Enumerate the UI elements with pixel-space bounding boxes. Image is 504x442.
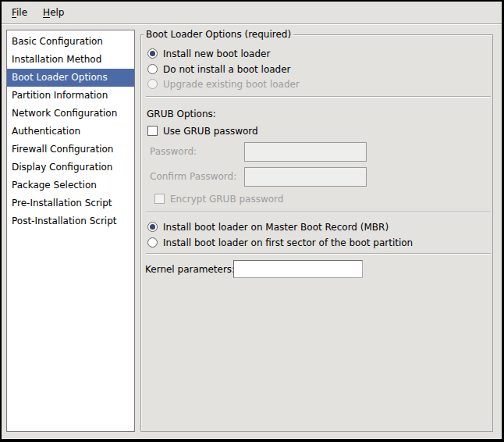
kernel-parameters-field[interactable] — [233, 260, 363, 278]
sidebar-item-network-configuration[interactable]: Network Configuration — [7, 105, 134, 123]
confirm-password-row: Confirm Password: — [150, 167, 236, 187]
separator — [146, 96, 491, 98]
radio-label: Install boot loader on first sector of t… — [163, 237, 413, 248]
sidebar-item-package-selection[interactable]: Package Selection — [7, 176, 134, 194]
menu-bar: File Help — [2, 2, 502, 23]
radio-icon[interactable] — [147, 64, 158, 74]
sidebar-item-pre-installation-script[interactable]: Pre-Installation Script — [7, 194, 134, 212]
separator — [146, 253, 491, 255]
radio-icon[interactable] — [147, 48, 158, 59]
sidebar-item-boot-loader-options[interactable]: Boot Loader Options — [7, 69, 134, 87]
separator — [146, 212, 491, 213]
menu-file[interactable]: File — [5, 5, 34, 20]
menu-file-label: ile — [16, 7, 27, 18]
app-window: File Help Basic Configuration Installati… — [0, 0, 504, 442]
sidebar-item-post-installation-script[interactable]: Post-Installation Script — [7, 212, 134, 230]
password-label: Password: — [150, 142, 197, 162]
checkbox-icon[interactable] — [147, 126, 158, 136]
sidebar-item-display-configuration[interactable]: Display Configuration — [7, 159, 134, 176]
menu-help[interactable]: Help — [36, 5, 71, 20]
frame-title: Boot Loader Options (required) — [144, 29, 293, 41]
radio-install-new-boot-loader[interactable]: Install new boot loader — [147, 47, 270, 60]
checkbox-icon — [154, 194, 165, 204]
kernel-parameters-label: Kernel parameters: — [145, 264, 235, 275]
kernel-parameters-row: Kernel parameters: — [145, 260, 235, 278]
checkbox-label: Use GRUB password — [163, 126, 258, 137]
checkbox-use-grub-password[interactable]: Use GRUB password — [147, 124, 258, 137]
sidebar-item-authentication[interactable]: Authentication — [7, 123, 134, 141]
radio-label: Upgrade existing boot loader — [163, 79, 300, 90]
sidebar-item-installation-method[interactable]: Installation Method — [7, 51, 134, 69]
password-field — [244, 142, 367, 162]
radio-icon[interactable] — [147, 222, 158, 232]
confirm-password-field — [244, 167, 367, 187]
section-list: Basic Configuration Installation Method … — [6, 30, 135, 432]
sidebar-item-firewall-configuration[interactable]: Firewall Configuration — [7, 141, 134, 159]
menu-help-label: elp — [50, 7, 64, 18]
radio-label: Install boot loader on Master Boot Recor… — [163, 222, 389, 233]
radio-install-on-mbr[interactable]: Install boot loader on Master Boot Recor… — [147, 220, 389, 233]
radio-label: Install new boot loader — [163, 48, 270, 59]
grub-options-label: GRUB Options: — [147, 108, 216, 120]
menubar-separator — [2, 23, 502, 25]
radio-icon[interactable] — [147, 237, 158, 248]
radio-do-not-install-boot-loader[interactable]: Do not install a boot loader — [147, 62, 291, 76]
password-row: Password: — [150, 142, 197, 162]
sidebar-item-partition-information[interactable]: Partition Information — [7, 87, 134, 105]
checkbox-label: Encrypt GRUB password — [170, 194, 283, 205]
menu-help-mnemonic: H — [43, 7, 50, 18]
checkbox-encrypt-grub-password: Encrypt GRUB password — [154, 192, 283, 205]
window-body: File Help Basic Configuration Installati… — [2, 2, 502, 439]
radio-upgrade-existing-boot-loader: Upgrade existing boot loader — [147, 77, 300, 91]
radio-install-on-first-sector[interactable]: Install boot loader on first sector of t… — [147, 236, 413, 249]
radio-icon — [147, 79, 158, 89]
sidebar-item-basic-configuration[interactable]: Basic Configuration — [7, 33, 134, 51]
confirm-password-label: Confirm Password: — [150, 167, 236, 187]
radio-label: Do not install a boot loader — [163, 64, 291, 75]
